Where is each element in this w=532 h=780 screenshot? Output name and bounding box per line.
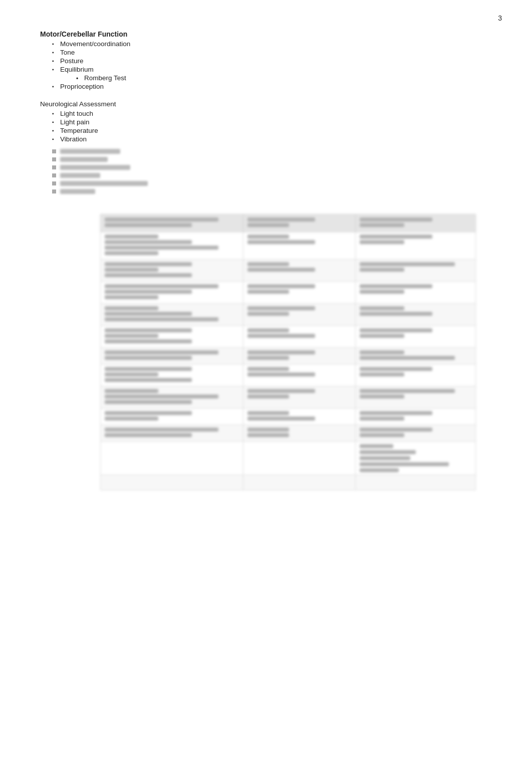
- table-cell: [243, 425, 356, 442]
- cell-text: [105, 235, 158, 239]
- list-item: Movement/coordination: [52, 40, 492, 48]
- table-col3-header: [356, 215, 476, 232]
- blurred-bullet: [52, 173, 56, 177]
- table-row: [101, 326, 476, 348]
- table-cell: [101, 386, 243, 409]
- cell-text: [360, 367, 432, 371]
- cell-text: [360, 428, 432, 432]
- blurred-row: [52, 189, 192, 194]
- table-cell: [243, 348, 356, 364]
- neuro-bullet-list: Light touch Light pain Temperature Vibra…: [40, 110, 492, 143]
- table-cell: [243, 304, 356, 326]
- table-col2-header: [243, 215, 356, 232]
- blurred-bullet: [52, 189, 56, 193]
- cell-text: [360, 334, 404, 338]
- cell-text: [105, 428, 218, 432]
- table-row: [101, 409, 476, 425]
- blurred-text: [60, 189, 95, 194]
- page-number: 3: [498, 14, 502, 22]
- table-cell: [101, 409, 243, 425]
- cell-text: [360, 290, 404, 294]
- sub-list-item: Romberg Test: [76, 74, 492, 82]
- footer-content: [360, 444, 471, 472]
- table-cell: [243, 364, 356, 386]
- list-item-equilibrium: Equilibrium Romberg Test: [52, 66, 492, 82]
- cell-text: [105, 356, 192, 360]
- table-cell: [101, 232, 243, 260]
- table-footer-cell-empty: [243, 442, 356, 475]
- blurred-row: [52, 157, 192, 162]
- header-text: [247, 218, 315, 222]
- cell-text: [360, 240, 404, 244]
- list-item: Proprioception: [52, 83, 492, 90]
- list-item: Posture: [52, 57, 492, 65]
- cell-text: [105, 395, 218, 399]
- cell-text: [105, 350, 218, 354]
- footer-line: [360, 468, 399, 472]
- table-row: [101, 282, 476, 304]
- cell-text: [105, 268, 158, 272]
- neurological-label: Neurological Assessment: [40, 100, 492, 108]
- table-footer-cell-empty: [101, 442, 243, 475]
- cell-text: [360, 395, 404, 399]
- cell-text: [247, 240, 315, 244]
- cell-text: [247, 433, 289, 437]
- cell-text: [105, 328, 192, 332]
- cell-text: [105, 312, 192, 316]
- cell-text: [105, 339, 192, 343]
- cell-text: [105, 372, 158, 376]
- cell-text: [105, 389, 158, 393]
- table-cell: [356, 364, 476, 386]
- table-cell: [243, 409, 356, 425]
- table-row: [101, 260, 476, 282]
- table-cell: [101, 260, 243, 282]
- table-row: [101, 386, 476, 409]
- table-footer-cell: [356, 475, 476, 490]
- blurred-text: [60, 157, 108, 162]
- neurological-section: Neurological Assessment Light touch Ligh…: [40, 100, 492, 194]
- table-col1-header: [101, 215, 243, 232]
- motor-section: Motor/Cerebellar Function Movement/coord…: [40, 30, 492, 90]
- list-item-temperature: Temperature: [52, 127, 492, 134]
- cell-text: [105, 378, 192, 382]
- cell-text: [105, 433, 192, 437]
- cell-text: [360, 389, 454, 393]
- cell-text: [247, 268, 315, 272]
- cell-text: [247, 411, 289, 415]
- cell-text: [247, 262, 289, 266]
- cell-text: [247, 334, 315, 338]
- cell-text: [360, 372, 404, 376]
- cell-text: [105, 411, 192, 415]
- list-item: Tone: [52, 49, 492, 56]
- list-item-vibration: Vibration: [52, 135, 492, 143]
- table-cell: [356, 260, 476, 282]
- table-cell: [356, 386, 476, 409]
- table-cell: [101, 282, 243, 304]
- table-footer-cell-empty: [101, 475, 243, 490]
- blurred-bullet: [52, 157, 56, 161]
- footer-line: [360, 450, 415, 454]
- table-cell: [243, 386, 356, 409]
- blurred-text: [60, 173, 100, 178]
- header-text: [360, 218, 432, 222]
- table-cell: [101, 425, 243, 442]
- cell-text: [247, 367, 289, 371]
- cell-text: [360, 306, 404, 310]
- cell-text: [247, 284, 315, 288]
- header-subtext: [247, 223, 289, 227]
- cell-text: [360, 417, 404, 421]
- table-cell: [356, 282, 476, 304]
- table-cell: [101, 348, 243, 364]
- table-cell: [356, 326, 476, 348]
- cell-text: [105, 306, 158, 310]
- cell-text: [247, 372, 315, 376]
- header-subtext: [105, 223, 192, 227]
- cell-text: [360, 312, 432, 316]
- cell-text: [105, 295, 158, 299]
- cell-text: [247, 306, 315, 310]
- cell-text: [105, 240, 192, 244]
- table-row: [101, 364, 476, 386]
- blurred-row: [52, 149, 192, 154]
- header-text: [105, 218, 218, 222]
- cell-text: [247, 417, 315, 421]
